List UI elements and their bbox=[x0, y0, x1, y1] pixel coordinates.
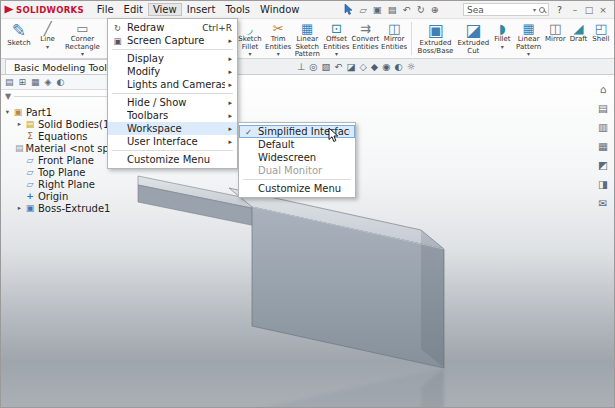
button-label: Extruded Boss/Base bbox=[416, 40, 455, 55]
offset-entities-button[interactable]: ⊡ Offset Entities ▾ bbox=[322, 20, 350, 57]
view-palette-icon[interactable]: ▦ bbox=[598, 140, 608, 152]
menu-item-label: Display bbox=[127, 53, 225, 64]
menu-item-redraw[interactable]: ↻ Redraw Ctrl+R bbox=[108, 21, 237, 34]
menu-item-label: Lights and Cameras bbox=[127, 79, 225, 90]
tree-item-origin[interactable]: + Origin bbox=[3, 190, 134, 202]
menu-item-lights-and-cameras[interactable]: Lights and Cameras ▸ bbox=[108, 78, 237, 91]
filter-input[interactable] bbox=[14, 96, 122, 97]
sketch-button[interactable]: ✎ Sketch bbox=[3, 20, 35, 49]
expand-arrow-icon[interactable]: ▸ bbox=[15, 120, 24, 128]
convert-entities-icon: ⇉ bbox=[360, 21, 371, 36]
select-arrow-icon[interactable] bbox=[344, 4, 353, 15]
draft-button[interactable]: ◢ Draft bbox=[567, 20, 589, 45]
save-icon[interactable]: ▣ bbox=[373, 4, 382, 15]
menu-item-workspace[interactable]: Workspace ▸ bbox=[108, 122, 237, 135]
mirror-entities-button[interactable]: ◫ Mirror Entities bbox=[380, 20, 408, 52]
submenu-arrow-icon: ▸ bbox=[228, 81, 232, 89]
design-library-icon[interactable]: ▤ bbox=[598, 102, 608, 114]
tree-item-label: Boss-Extrude1 bbox=[38, 203, 110, 214]
corner-rectangle-button[interactable]: ▭ Corner Rectangle ▾ bbox=[60, 20, 105, 57]
tree-item-right-plane[interactable]: ▱ Right Plane bbox=[3, 178, 134, 190]
menu-file[interactable]: File bbox=[92, 3, 119, 16]
previous-view-icon[interactable]: ↶ bbox=[335, 61, 343, 72]
check-icon: ✓ bbox=[242, 127, 255, 137]
hide-show-items-icon[interactable]: ◉ bbox=[382, 61, 390, 72]
extruded-boss-base-button[interactable]: ▣ Extruded Boss/Base bbox=[415, 20, 456, 56]
line-icon: ╱ bbox=[44, 21, 52, 36]
menu-item-display[interactable]: Display ▸ bbox=[108, 52, 237, 65]
menu-item-user-interface[interactable]: User Interface ▸ bbox=[108, 135, 237, 148]
view-orientation-icon[interactable]: ◇ bbox=[360, 61, 367, 72]
dropdown-caret-icon[interactable]: ▾ bbox=[335, 51, 338, 56]
menu-edit[interactable]: Edit bbox=[119, 3, 148, 16]
shell-button[interactable]: ◰ Shell bbox=[590, 20, 612, 45]
submenu-arrow-icon: ▸ bbox=[228, 68, 232, 76]
sketch-fillet-button[interactable]: ◞ Sketch Fillet ▾ bbox=[236, 20, 264, 57]
dropdown-caret-icon[interactable]: ▾ bbox=[527, 51, 530, 56]
section-view-icon[interactable]: ◪ bbox=[347, 61, 356, 72]
search-input[interactable]: Sea ▾ bbox=[463, 3, 549, 16]
menu-separator bbox=[112, 150, 233, 151]
edit-appearance-icon[interactable]: ◐ bbox=[394, 61, 402, 72]
menu-tools[interactable]: Tools bbox=[220, 3, 255, 16]
zoom-fit-icon[interactable]: ◎ bbox=[309, 61, 317, 72]
forum-icon[interactable]: ✉ bbox=[599, 197, 608, 209]
mirror-button[interactable]: ◫ Mirror bbox=[543, 20, 567, 45]
minimize-button[interactable]: – bbox=[568, 5, 582, 15]
extruded-cut-button[interactable]: ◪ Extruded Cut bbox=[456, 20, 491, 56]
extruded-cut-icon: ◪ bbox=[465, 21, 481, 40]
sketch-fillet-icon: ◞ bbox=[247, 21, 252, 36]
menu-item-widescreen[interactable]: Widescreen bbox=[239, 151, 355, 164]
undo-icon[interactable]: ↶ bbox=[403, 4, 411, 15]
trim-entities-button[interactable]: ✂ Trim Entities ▾ bbox=[264, 20, 292, 57]
dropdown-caret-icon[interactable]: ▾ bbox=[501, 44, 504, 49]
custom-properties-icon[interactable]: ◨ bbox=[598, 178, 608, 190]
tab-basic-modeling-tools[interactable]: Basic Modeling Tools bbox=[5, 59, 121, 74]
filter-funnel-icon[interactable]: ▼ bbox=[5, 92, 11, 101]
open-icon[interactable]: ▱ bbox=[359, 4, 366, 15]
zoom-area-icon[interactable]: ▧ bbox=[322, 61, 331, 72]
display-style-icon[interactable]: ◆ bbox=[371, 61, 378, 72]
menu-item-label: Customize Menu bbox=[258, 183, 350, 194]
apply-scene-icon[interactable]: ☼ bbox=[407, 61, 416, 72]
menu-item-toolbars[interactable]: Toolbars ▸ bbox=[108, 109, 237, 122]
menu-item-screen-capture[interactable]: ▣ Screen Capture ▸ bbox=[108, 34, 237, 47]
configurationmanager-tab-icon[interactable]: ▦ bbox=[31, 77, 40, 87]
dropdown-caret-icon[interactable]: ▾ bbox=[248, 51, 251, 56]
menu-item-customize-menu-sub[interactable]: Customize Menu bbox=[239, 182, 355, 195]
tree-item-boss-extrude1[interactable]: ▸ ▣ Boss-Extrude1 bbox=[3, 202, 134, 214]
displaymanager-tab-icon[interactable]: ◐ bbox=[57, 77, 65, 87]
menu-item-hide-show[interactable]: Hide / Show ▸ bbox=[108, 96, 237, 109]
search-caret-icon[interactable]: ▾ bbox=[533, 6, 536, 13]
options-icon[interactable]: ⊕ bbox=[431, 4, 439, 15]
expand-arrow-icon[interactable]: ▸ bbox=[15, 204, 24, 212]
menu-insert[interactable]: Insert bbox=[182, 3, 221, 16]
search-icon[interactable] bbox=[539, 7, 545, 13]
propertymanager-tab-icon[interactable]: ⊞ bbox=[19, 77, 27, 87]
convert-entities-button[interactable]: ⇉ Convert Entities bbox=[350, 20, 380, 52]
dropdown-caret-icon[interactable]: ▾ bbox=[81, 51, 84, 56]
dropdown-caret-icon[interactable]: ▾ bbox=[46, 44, 49, 49]
menu-window[interactable]: Window bbox=[255, 3, 304, 16]
dropdown-caret-icon[interactable]: ▾ bbox=[277, 51, 280, 56]
help-icon[interactable]: ? bbox=[557, 4, 562, 15]
button-label: Linear Sketch Pattern bbox=[293, 36, 321, 59]
file-explorer-icon[interactable]: ▥ bbox=[598, 121, 608, 133]
reference-axis-icon[interactable]: ⊥ bbox=[297, 61, 305, 72]
fillet-button[interactable]: ◗ Fillet ▾ bbox=[491, 20, 514, 50]
resources-home-icon[interactable]: ⌂ bbox=[600, 83, 607, 95]
menu-item-customize-menu[interactable]: Customize Menu bbox=[108, 153, 237, 166]
menu-view[interactable]: View bbox=[148, 3, 182, 16]
appearances-icon[interactable]: ◩ bbox=[598, 159, 608, 171]
featuremanager-tab-icon[interactable]: ▤ bbox=[5, 77, 14, 87]
close-button[interactable]: × bbox=[596, 5, 610, 15]
line-button[interactable]: ╱ Line ▾ bbox=[35, 20, 60, 50]
linear-sketch-pattern-button[interactable]: ▦ Linear Sketch Pattern ▾ bbox=[292, 20, 322, 59]
expand-arrow-icon[interactable]: ▾ bbox=[3, 108, 12, 116]
maximize-button[interactable]: □ bbox=[582, 5, 596, 15]
linear-pattern-button[interactable]: ▦ Linear Pattern ▾ bbox=[514, 20, 543, 57]
dimxpert-tab-icon[interactable]: ◈ bbox=[45, 77, 52, 87]
rebuild-icon[interactable]: ↻ bbox=[417, 4, 425, 15]
menu-item-modify[interactable]: Modify ▸ bbox=[108, 65, 237, 78]
print-icon[interactable]: ▤ bbox=[388, 4, 397, 15]
